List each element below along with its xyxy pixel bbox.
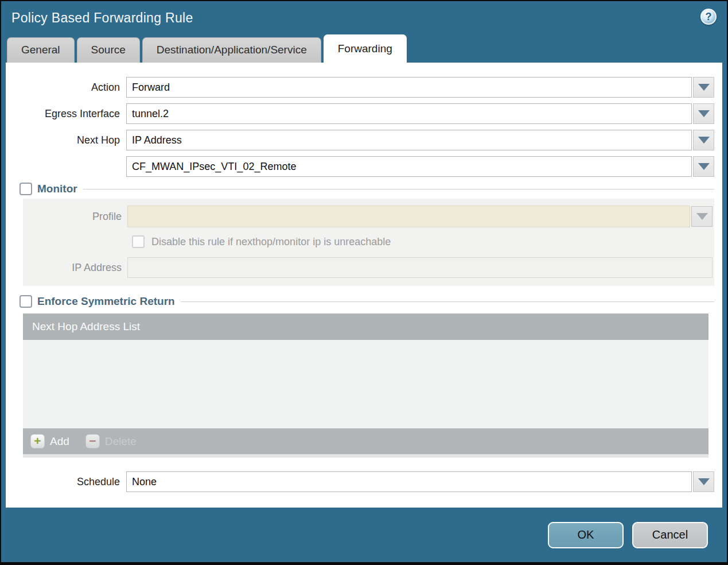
tab-forwarding[interactable]: Forwarding (324, 34, 407, 63)
title-bar: Policy Based Forwarding Rule ? (1, 1, 727, 34)
chevron-down-icon (698, 137, 710, 144)
profile-value (127, 206, 690, 227)
chevron-down-icon (698, 84, 710, 91)
egress-interface-select: tunnel.2 (126, 103, 714, 124)
enforce-symmetric-return-label: Enforce Symmetric Return (37, 295, 175, 308)
minus-icon: − (85, 434, 100, 448)
table-header-label: Next Hop Address List (32, 320, 140, 333)
chevron-down-icon (696, 213, 708, 220)
monitor-panel: Profile Disable this rule if nexthop/mon… (23, 199, 714, 286)
table-body[interactable] (23, 340, 708, 428)
next-hop-address-row: CF_MWAN_IPsec_VTI_02_Remote (6, 156, 722, 177)
enforce-symmetric-return-checkbox[interactable] (20, 295, 32, 308)
screen-frame: Policy Based Forwarding Rule ? General S… (0, 0, 728, 565)
schedule-dropdown-button[interactable] (693, 471, 714, 492)
profile-row: Profile (23, 206, 714, 227)
profile-label: Profile (23, 211, 127, 223)
forwarding-tab-content: Action Forward Egress Interface tunnel.2 (6, 63, 722, 508)
chevron-down-icon (698, 110, 710, 117)
monitor-ip-address-label: IP Address (23, 262, 127, 274)
disable-rule-label: Disable this rule if nexthop/monitor ip … (151, 236, 391, 248)
action-row: Action Forward (6, 77, 722, 98)
monitor-ip-address-row: IP Address (23, 257, 714, 278)
delete-button: − Delete (85, 434, 137, 448)
chevron-down-icon (698, 163, 710, 170)
next-hop-select: IP Address (126, 130, 714, 150)
monitor-checkbox[interactable] (20, 183, 32, 195)
enforce-symmetric-return-section: Enforce Symmetric Return Next Hop Addres… (18, 295, 714, 458)
table-footer: + Add − Delete (23, 428, 708, 454)
next-hop-address-list-table: Next Hop Address List + Add − Delete (23, 314, 708, 458)
next-hop-address-select: CF_MWAN_IPsec_VTI_02_Remote (126, 156, 714, 177)
table-bottom-strip (23, 454, 708, 458)
dialog-footer: OK Cancel (1, 508, 727, 562)
action-dropdown-button[interactable] (693, 77, 714, 98)
ok-button[interactable]: OK (548, 522, 624, 548)
egress-interface-label: Egress Interface (6, 108, 126, 120)
disable-rule-row: Disable this rule if nexthop/monitor ip … (23, 235, 714, 248)
plus-icon: + (30, 434, 45, 448)
table-header: Next Hop Address List (23, 314, 708, 340)
egress-interface-row: Egress Interface tunnel.2 (6, 103, 722, 124)
next-hop-dropdown-button[interactable] (693, 130, 714, 150)
next-hop-address-value[interactable]: CF_MWAN_IPsec_VTI_02_Remote (126, 156, 692, 177)
tab-general[interactable]: General (7, 37, 75, 63)
schedule-select: None (126, 471, 714, 492)
profile-dropdown-button (691, 206, 713, 227)
egress-interface-dropdown-button[interactable] (693, 103, 714, 124)
next-hop-label: Next Hop (6, 134, 126, 146)
action-select: Forward (126, 77, 714, 98)
cancel-button[interactable]: Cancel (632, 522, 708, 548)
chevron-down-icon (698, 478, 710, 485)
delete-button-label: Delete (105, 435, 137, 448)
monitor-section: Monitor Profile Disable this rule if nex… (18, 183, 714, 286)
page-title: Policy Based Forwarding Rule (11, 10, 193, 26)
add-button[interactable]: + Add (30, 434, 69, 448)
help-icon[interactable]: ? (700, 9, 717, 25)
monitor-ip-address-input (127, 257, 713, 278)
tab-destination-application-service[interactable]: Destination/Application/Service (142, 37, 321, 63)
tab-bar: General Source Destination/Application/S… (1, 34, 727, 63)
action-label: Action (6, 82, 126, 94)
monitor-legend-label: Monitor (37, 183, 77, 195)
egress-interface-value[interactable]: tunnel.2 (126, 103, 692, 124)
disable-rule-checkbox (132, 235, 145, 248)
enforce-symmetric-return-legend: Enforce Symmetric Return (18, 295, 181, 308)
tab-source[interactable]: Source (77, 37, 140, 63)
next-hop-value[interactable]: IP Address (126, 130, 692, 150)
policy-based-forwarding-dialog: Policy Based Forwarding Rule ? General S… (1, 1, 727, 562)
schedule-value[interactable]: None (126, 471, 692, 492)
next-hop-row: Next Hop IP Address (6, 130, 722, 150)
schedule-row: Schedule None (6, 471, 722, 492)
monitor-legend: Monitor (18, 183, 83, 195)
add-button-label: Add (50, 435, 69, 448)
next-hop-address-dropdown-button[interactable] (693, 156, 714, 177)
schedule-label: Schedule (6, 476, 126, 488)
action-value[interactable]: Forward (126, 77, 692, 98)
